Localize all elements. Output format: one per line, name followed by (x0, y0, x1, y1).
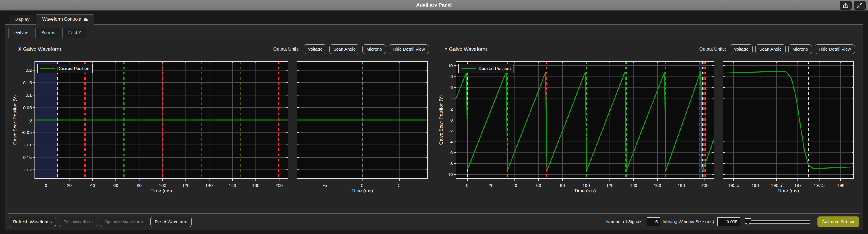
svg-text:0: 0 (29, 118, 32, 123)
svg-text:40: 40 (513, 183, 518, 188)
x-scan-angle-button[interactable]: Scan Angle (329, 44, 360, 54)
export-button[interactable] (840, 1, 851, 10)
x-galvo-detail-plot[interactable]: -505Time (ms) (294, 58, 430, 195)
test-waveform-button[interactable]: Test Waveform (59, 216, 97, 227)
x-galvo-plots: 0204060801001201401601802000.20.150.10.0… (11, 58, 431, 195)
svg-text:-0.15: -0.15 (22, 155, 32, 160)
svg-text:8: 8 (451, 74, 453, 79)
svg-text:20: 20 (67, 183, 72, 188)
titlebar: Auxiliary Panel (0, 0, 868, 11)
svg-text:120: 120 (606, 183, 614, 188)
y-voltage-button[interactable]: Voltage (730, 44, 752, 54)
reset-waveform-button[interactable]: Reset Waveform (150, 216, 192, 227)
x-microns-button[interactable]: Microns (362, 44, 386, 54)
svg-text:100: 100 (159, 183, 166, 188)
svg-text:40: 40 (90, 183, 95, 188)
subtab-galvos-label: Galvos (14, 30, 28, 35)
svg-text:Time (ms): Time (ms) (150, 188, 172, 194)
moving-window-size-slider[interactable] (745, 218, 810, 226)
y-scan-angle-button[interactable]: Scan Angle (755, 44, 785, 54)
y-galvo-header: Y Galvo Waveform Output Units: Voltage S… (437, 43, 857, 56)
x-voltage-button[interactable]: Voltage (304, 44, 327, 54)
subtab-fastz-label: Fast Z (68, 30, 81, 36)
x-galvo-output-units: Output Units: Voltage Scan Angle Microns… (273, 44, 429, 54)
collapse-icon (857, 2, 863, 8)
tab-display-label: Display (14, 17, 29, 22)
export-icon (842, 2, 849, 8)
svg-text:197.5: 197.5 (814, 183, 825, 188)
svg-text:120: 120 (182, 183, 189, 188)
calibrate-sensor-button[interactable]: Calibrate Sensor (817, 216, 859, 227)
svg-text:200: 200 (701, 183, 709, 188)
subtab-beams-label: Beams (41, 30, 56, 36)
footer-settings: Number of Signals: Moving Window Size (m… (606, 216, 859, 227)
x-hide-detail-view-button[interactable]: Hide Detail View (389, 44, 429, 54)
number-of-signals-input[interactable] (647, 217, 660, 226)
svg-text:80: 80 (560, 183, 565, 188)
galvos-panel: X Galvo Waveform Output Units: Voltage S… (8, 38, 860, 213)
svg-text:20: 20 (489, 183, 494, 188)
y-galvo-plots: 0204060801001201401601802001086420-2-4-6… (437, 58, 857, 195)
svg-text:198: 198 (837, 183, 844, 188)
footer-toolbar: Refresh Waveforms Test Waveform Optimize… (5, 213, 863, 230)
moving-window-size-input[interactable] (717, 217, 740, 226)
y-galvo-output-units: Output Units: Voltage Scan Angle Microns… (699, 44, 855, 54)
waveform-sections: X Galvo Waveform Output Units: Voltage S… (8, 38, 860, 213)
subtab-fastz[interactable]: Fast Z (62, 28, 87, 38)
svg-text:196: 196 (751, 183, 759, 188)
svg-text:0.05: 0.05 (23, 105, 32, 110)
svg-text:4: 4 (451, 96, 453, 101)
collapse-button[interactable] (854, 1, 866, 10)
svg-text:-0.05: -0.05 (22, 130, 32, 135)
svg-text:0.1: 0.1 (26, 93, 32, 98)
x-galvo-header: X Galvo Waveform Output Units: Voltage S… (11, 43, 431, 56)
x-galvo-main-plot[interactable]: 0204060801001201401601802000.20.150.10.0… (12, 58, 290, 195)
subtab-beams[interactable]: Beams (35, 28, 61, 38)
svg-text:80: 80 (137, 183, 142, 188)
svg-text:-6: -6 (449, 150, 453, 155)
svg-text:200: 200 (275, 183, 283, 188)
tab-waveform-controls[interactable]: Waveform Controls (36, 14, 94, 25)
svg-text:197: 197 (794, 183, 801, 188)
x-galvo-title: X Galvo Waveform (18, 46, 61, 52)
y-galvo-section: Y Galvo Waveform Output Units: Voltage S… (437, 43, 857, 213)
y-microns-button[interactable]: Microns (788, 44, 812, 54)
svg-text:160: 160 (654, 183, 661, 188)
svg-text:0: 0 (361, 183, 364, 188)
optimize-waveform-button[interactable]: Optimize Waveform (100, 216, 147, 227)
y-hide-detail-view-button[interactable]: Hide Detail View (815, 44, 855, 54)
x-galvo-section: X Galvo Waveform Output Units: Voltage S… (11, 43, 431, 213)
svg-text:0: 0 (45, 183, 47, 188)
number-of-signals-label: Number of Signals: (606, 219, 644, 224)
svg-text:140: 140 (630, 183, 637, 188)
sub-tab-bar: Galvos Beams Fast Z (5, 25, 863, 38)
svg-text:Galvo Scan Position (V): Galvo Scan Position (V) (12, 95, 17, 145)
svg-text:180: 180 (677, 183, 685, 188)
y-galvo-detail-plot[interactable]: 195.5196196.5197197.5198Time (ms) (720, 58, 856, 195)
svg-text:0.15: 0.15 (23, 80, 32, 85)
refresh-waveforms-button[interactable]: Refresh Waveforms (9, 216, 56, 227)
svg-text:10: 10 (448, 63, 453, 68)
slider-track[interactable] (745, 220, 810, 224)
svg-text:0.2: 0.2 (26, 68, 32, 72)
tab-display[interactable]: Display (8, 14, 35, 25)
moving-window-size-label: Moving Window Size (ms) (663, 219, 714, 224)
svg-text:6: 6 (451, 85, 453, 90)
svg-text:196.5: 196.5 (771, 183, 782, 188)
svg-text:Time (ms): Time (ms) (351, 188, 373, 194)
svg-text:-0.2: -0.2 (24, 167, 32, 172)
window-title: Auxiliary Panel (416, 2, 452, 8)
waveform-action-buttons: Refresh Waveforms Test Waveform Optimize… (9, 216, 192, 227)
svg-text:Galvo Scan Position (V): Galvo Scan Position (V) (438, 95, 443, 145)
svg-text:60: 60 (536, 183, 541, 188)
slider-thumb[interactable] (745, 218, 751, 226)
svg-text:100: 100 (583, 183, 590, 188)
subtab-galvos[interactable]: Galvos (8, 28, 34, 38)
svg-text:Time (ms): Time (ms) (574, 188, 596, 194)
svg-text:-0.1: -0.1 (24, 142, 32, 147)
y-galvo-main-plot[interactable]: 0204060801001201401601802001086420-2-4-6… (438, 58, 716, 195)
svg-text:-8: -8 (449, 161, 453, 166)
svg-text:180: 180 (252, 183, 259, 188)
svg-text:-2: -2 (449, 129, 453, 133)
svg-text:-10: -10 (446, 172, 453, 177)
